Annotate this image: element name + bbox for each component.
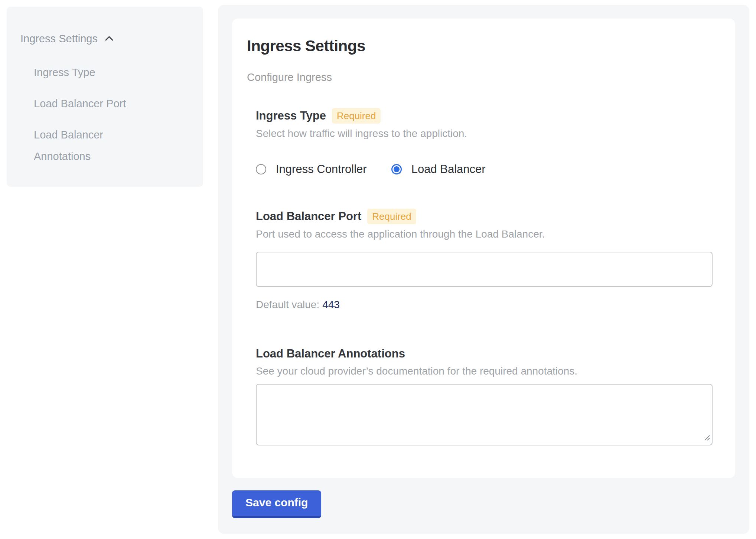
- section-ingress-type: Ingress Type Required Select how traffic…: [256, 108, 713, 176]
- chevron-up-icon: [103, 32, 115, 45]
- save-config-button[interactable]: Save config: [232, 490, 321, 518]
- sidebar-item-load-balancer-annotations[interactable]: Load Balancer Annotations: [34, 124, 160, 167]
- load-balancer-annotations-textarea[interactable]: [256, 384, 713, 445]
- config-nav-sidebar: Ingress Settings Ingress Type Load Balan…: [7, 7, 203, 187]
- default-value-row: Default value:443: [256, 299, 713, 311]
- default-value-label: Default value:: [256, 299, 319, 310]
- resize-handle-icon[interactable]: [704, 434, 710, 442]
- sidebar-item-load-balancer-port[interactable]: Load Balancer Port: [34, 93, 160, 114]
- field-label-ingress-type: Ingress Type: [256, 108, 326, 123]
- required-badge: Required: [332, 108, 381, 124]
- config-sections: Ingress Type Required Select how traffic…: [256, 108, 713, 445]
- default-value: 443: [322, 299, 340, 310]
- config-group-card: Ingress Settings Configure Ingress Ingre…: [232, 19, 735, 478]
- sidebar-group-title: Ingress Settings: [20, 32, 98, 45]
- field-help-load-balancer-annotations: See your cloud provider’s documentation …: [256, 365, 713, 378]
- radio-label[interactable]: Load Balancer: [411, 163, 486, 176]
- page-title: Ingress Settings: [247, 37, 713, 55]
- page-subtitle: Configure Ingress: [247, 71, 713, 84]
- radio-label[interactable]: Ingress Controller: [276, 163, 367, 176]
- sidebar-item-ingress-type[interactable]: Ingress Type: [34, 62, 160, 83]
- section-load-balancer-annotations: Load Balancer Annotations See your cloud…: [256, 346, 713, 445]
- field-label-load-balancer-port: Load Balancer Port: [256, 209, 361, 224]
- radio-icon[interactable]: [256, 164, 266, 174]
- radio-option-ingress-controller[interactable]: Ingress Controller: [256, 163, 367, 176]
- config-main-panel: Ingress Settings Configure Ingress Ingre…: [218, 5, 749, 534]
- sidebar-nav-list: Ingress Type Load Balancer Port Load Bal…: [20, 62, 192, 167]
- field-help-load-balancer-port: Port used to access the application thro…: [256, 228, 713, 241]
- ingress-type-radio-group: Ingress Controller Load Balancer: [256, 163, 713, 176]
- radio-option-load-balancer[interactable]: Load Balancer: [391, 163, 486, 176]
- section-load-balancer-port: Load Balancer Port Required Port used to…: [256, 209, 713, 311]
- required-badge: Required: [367, 209, 416, 224]
- sidebar-group-toggle[interactable]: Ingress Settings: [20, 32, 192, 45]
- radio-icon[interactable]: [391, 164, 402, 174]
- field-help-ingress-type: Select how traffic will ingress to the a…: [256, 127, 713, 140]
- load-balancer-port-input[interactable]: [256, 252, 713, 287]
- field-label-load-balancer-annotations: Load Balancer Annotations: [256, 346, 405, 361]
